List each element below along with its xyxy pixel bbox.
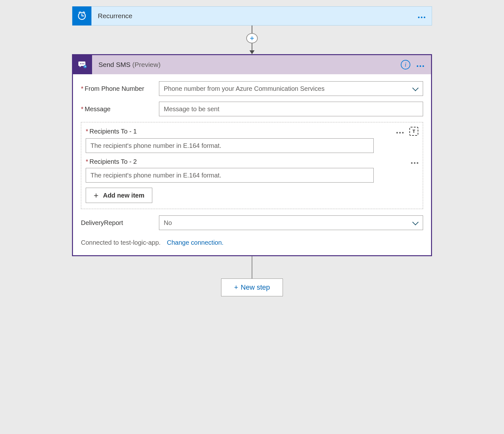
recurrence-title: Recurrence	[91, 12, 412, 20]
recurrence-more-button[interactable]	[412, 12, 432, 20]
recipient-input[interactable]: The recipient's phone number in E.164 fo…	[86, 138, 374, 153]
chevron-down-icon	[412, 87, 418, 90]
sms-title-text: Send SMS	[98, 61, 130, 68]
ellipsis-icon	[411, 162, 418, 164]
connector-line	[252, 256, 252, 278]
send-sms-title: Send SMS (Preview)	[92, 61, 161, 69]
from-phone-label-text: From Phone Number	[85, 85, 144, 92]
connector-line	[252, 43, 252, 51]
change-connection-link[interactable]: Change connection.	[167, 239, 224, 246]
recipient-input[interactable]: The recipient's phone number in E.164 fo…	[86, 168, 374, 183]
from-phone-label: *From Phone Number	[81, 85, 159, 92]
plus-icon: +	[94, 191, 98, 199]
recipient-more-button[interactable]	[396, 128, 404, 135]
required-asterisk: *	[86, 128, 88, 135]
recipient-label: *Recipients To - 1	[86, 128, 137, 135]
recipients-group: *Recipients To - 1 T The recipient	[81, 122, 423, 209]
sms-more-button[interactable]	[417, 61, 424, 69]
message-placeholder: Message to be sent	[164, 105, 220, 113]
connection-footer: Connected to test-logic-app. Change conn…	[81, 239, 423, 246]
add-new-item-button[interactable]: + Add new item	[86, 188, 152, 203]
connector: +	[72, 25, 432, 54]
recipient-placeholder: The recipient's phone number in E.164 fo…	[90, 172, 221, 179]
message-label-text: Message	[85, 105, 111, 112]
message-input[interactable]: Message to be sent	[159, 102, 423, 116]
insert-step-button[interactable]: +	[246, 33, 258, 43]
recipient-placeholder: The recipient's phone number in E.164 fo…	[90, 142, 221, 149]
delivery-report-value: No	[164, 219, 172, 227]
recipient-label-text: Recipients To - 2	[90, 158, 137, 165]
required-asterisk: *	[81, 105, 83, 112]
message-row: *Message Message to be sent	[81, 102, 423, 116]
plus-icon: +	[234, 283, 238, 292]
delivery-report-label: DeliveryReport	[81, 219, 159, 227]
ellipsis-icon	[417, 65, 424, 67]
delivery-report-select[interactable]: No	[159, 215, 423, 230]
add-item-label: Add new item	[103, 192, 144, 199]
info-icon[interactable]: i	[401, 60, 410, 69]
send-sms-header[interactable]: Send SMS (Preview) i	[73, 55, 431, 74]
connector-line	[252, 25, 252, 33]
message-label: *Message	[81, 105, 159, 113]
sms-title-suffix: (Preview)	[132, 61, 161, 68]
new-step-button[interactable]: + New step	[221, 278, 283, 296]
new-step-label: New step	[241, 283, 270, 292]
connection-text: Connected to test-logic-app.	[81, 239, 161, 246]
from-phone-select[interactable]: Phone number from your Azure Communicati…	[159, 81, 423, 96]
sms-icon-box	[73, 55, 92, 74]
arrow-down-icon	[249, 50, 255, 54]
from-phone-row: *From Phone Number Phone number from you…	[81, 81, 423, 96]
recurrence-card[interactable]: Recurrence	[72, 6, 432, 25]
ellipsis-icon	[396, 132, 404, 134]
send-sms-card: Send SMS (Preview) i *From Phone Number …	[72, 54, 432, 256]
svg-point-4	[82, 63, 83, 64]
recurrence-icon-box	[72, 6, 91, 25]
clock-icon	[77, 11, 87, 21]
send-sms-body: *From Phone Number Phone number from you…	[73, 74, 431, 255]
recipient-label: *Recipients To - 2	[86, 158, 137, 165]
from-phone-select-text: Phone number from your Azure Communicati…	[164, 85, 325, 92]
chevron-down-icon	[412, 221, 418, 225]
ellipsis-icon	[418, 17, 425, 18]
chat-icon	[77, 60, 88, 70]
recipient-item: *Recipients To - 2 The recipient's phone…	[86, 158, 418, 183]
svg-point-3	[80, 63, 81, 64]
recipient-item: *Recipients To - 1 T The recipient	[86, 127, 418, 153]
recipient-more-button[interactable]	[411, 158, 418, 165]
svg-point-5	[83, 63, 84, 64]
bottom-connector	[72, 256, 432, 278]
delivery-report-row: DeliveryReport No	[81, 215, 423, 230]
required-asterisk: *	[81, 85, 83, 92]
array-toggle-text: T	[413, 129, 415, 134]
recipient-label-text: Recipients To - 1	[90, 128, 137, 135]
array-toggle-button[interactable]: T	[409, 127, 418, 136]
required-asterisk: *	[86, 158, 88, 165]
